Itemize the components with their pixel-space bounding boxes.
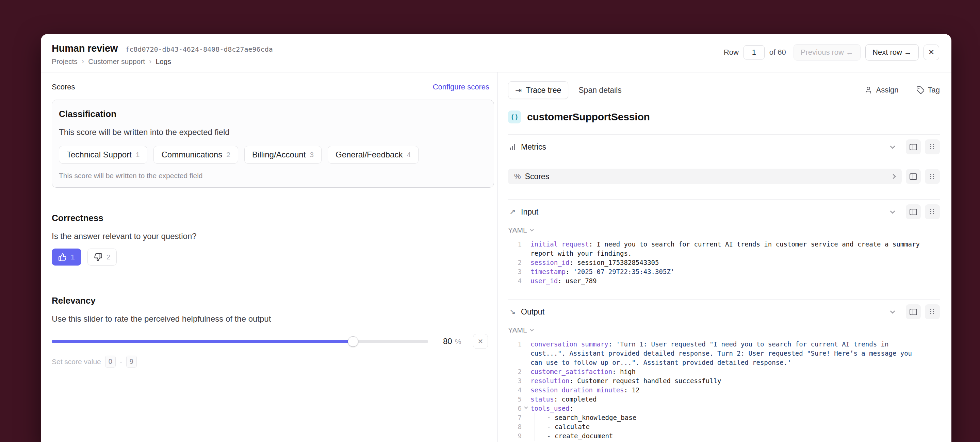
code-text: customer_satisfaction: high <box>530 367 940 376</box>
code-line: 7- search_knowledge_base <box>508 413 940 422</box>
breadcrumb-logs[interactable]: Logs <box>156 57 171 66</box>
row-number-input[interactable] <box>743 45 765 60</box>
code-text: - calculate <box>530 422 940 431</box>
output-format-select[interactable]: YAML <box>508 326 940 334</box>
breadcrumb-projects[interactable]: Projects <box>52 57 78 66</box>
open-in-panel-button[interactable] <box>906 204 921 219</box>
drag-handle[interactable] <box>925 204 940 219</box>
input-format-select[interactable]: YAML <box>508 226 940 234</box>
output-arrow-icon: ↘ <box>508 307 517 316</box>
chevron-down-icon[interactable] <box>890 309 895 314</box>
slider-value-unit: % <box>455 337 461 346</box>
input-arrow-icon: ↗ <box>508 208 517 216</box>
code-line: 4user_id: user_789 <box>508 276 940 285</box>
output-section: ↘ Output YAML 1conversation_summary: 'Tu… <box>508 299 940 442</box>
slider-thumb[interactable] <box>348 336 358 347</box>
line-number: 4 <box>508 276 522 285</box>
code-text: session_duration_minutes: 12 <box>530 385 940 395</box>
tab-trace-tree[interactable]: ⇥ Trace tree <box>508 81 568 99</box>
code-line: 3resolution: Customer request handled su… <box>508 376 940 385</box>
drag-handle-icon <box>930 174 934 179</box>
code-text: conversation_summary: 'Turn 1: User requ… <box>530 340 940 367</box>
chevron-down-icon[interactable] <box>890 144 895 149</box>
breadcrumb-project-name[interactable]: Customer support <box>88 57 145 66</box>
header-left: Human review fc8d0720-db43-4624-8408-d8c… <box>52 43 273 66</box>
line-number: 6 <box>508 404 522 413</box>
scores-row[interactable]: % Scores <box>508 169 902 184</box>
scores-label: Scores <box>525 172 550 181</box>
human-review-modal: Human review fc8d0720-db43-4624-8408-d8c… <box>41 34 951 442</box>
code-text: timestamp: '2025-07-29T22:35:43.305Z' <box>530 267 940 276</box>
line-number: 5 <box>508 395 522 404</box>
drag-handle[interactable] <box>925 304 940 319</box>
line-number: 8 <box>508 422 522 431</box>
drag-handle-icon <box>930 209 934 215</box>
line-number: 2 <box>508 258 522 267</box>
span-title: customerSupportSession <box>527 111 650 123</box>
classification-card: Classification This score will be writte… <box>52 100 494 188</box>
assign-button[interactable]: Assign <box>864 86 898 95</box>
open-in-panel-button[interactable] <box>906 139 921 154</box>
thumbs-down-button[interactable]: 2 <box>88 249 117 266</box>
panel-columns-icon <box>910 173 917 180</box>
line-number: 4 <box>508 385 522 395</box>
code-line: 10total_turns: 2 <box>508 440 940 442</box>
code-text: initial_request: I need you to search fo… <box>530 240 940 258</box>
drag-handle[interactable] <box>925 139 940 154</box>
collapse-chevron-icon[interactable] <box>524 405 528 409</box>
line-number: 1 <box>508 340 522 349</box>
kbd-max: 9 <box>126 356 137 368</box>
function-badge: () <box>508 111 521 124</box>
trace-panel: ⇥ Trace tree Span details Assign Tag <box>498 73 951 442</box>
classification-option-communications[interactable]: Communications2 <box>153 146 238 163</box>
close-button[interactable]: ✕ <box>924 44 939 60</box>
panel-columns-icon <box>910 144 917 150</box>
modal-header: Human review fc8d0720-db43-4624-8408-d8c… <box>41 34 951 73</box>
code-line: 3timestamp: '2025-07-29T22:35:43.305Z' <box>508 267 940 276</box>
code-line: 9- create_document <box>508 431 940 440</box>
previous-row-button[interactable]: Previous row ← <box>794 44 861 60</box>
line-number: 2 <box>508 367 522 376</box>
line-number: 10 <box>508 440 522 442</box>
code-text: resolution: Customer request handled suc… <box>530 376 940 385</box>
line-number: 9 <box>508 431 522 440</box>
drag-handle-icon <box>930 144 934 150</box>
drag-handle-icon <box>930 309 934 315</box>
line-number: 3 <box>508 376 522 385</box>
open-in-panel-button[interactable] <box>906 304 921 319</box>
option-label: General/Feedback <box>336 150 402 160</box>
configure-scores-link[interactable]: Configure scores <box>433 82 489 92</box>
option-label: Technical Support <box>67 150 132 160</box>
slider-value-number: 80 <box>443 337 452 346</box>
thumbs-up-icon <box>58 253 67 261</box>
correctness-block: Correctness Is the answer relevant to yo… <box>52 213 494 266</box>
breadcrumb: Projects › Customer support › Logs <box>52 57 273 66</box>
app-background: { "colors":{ "bg":"#401322","accent":"#4… <box>0 0 980 442</box>
relevancy-slider[interactable] <box>52 340 428 343</box>
thumbs-up-button[interactable]: 1 <box>52 249 81 266</box>
clear-score-button[interactable]: ✕ <box>473 334 488 349</box>
classification-option-billing-account[interactable]: Billing/Account3 <box>244 146 321 163</box>
open-in-panel-button[interactable] <box>906 169 921 184</box>
code-line: 4session_duration_minutes: 12 <box>508 385 940 395</box>
classification-option-general-feedback[interactable]: General/Feedback4 <box>328 146 418 163</box>
input-label: Input <box>521 208 538 217</box>
code-line: 1conversation_summary: 'Turn 1: User req… <box>508 340 940 367</box>
classification-option-technical-support[interactable]: Technical Support1 <box>59 146 147 163</box>
chevron-down-icon <box>530 227 533 231</box>
correctness-title: Correctness <box>52 213 494 223</box>
next-row-button[interactable]: Next row → <box>865 44 919 60</box>
percent-icon: % <box>514 172 521 181</box>
drag-handle[interactable] <box>925 169 940 184</box>
scores-panel-title: Scores <box>52 82 75 92</box>
tag-button[interactable]: Tag <box>916 86 940 95</box>
panel-columns-icon <box>910 209 917 215</box>
tab-span-details[interactable]: Span details <box>579 86 622 95</box>
output-code-block: 1conversation_summary: 'Turn 1: User req… <box>508 340 940 442</box>
option-label: Billing/Account <box>252 150 305 160</box>
chevron-down-icon[interactable] <box>890 209 895 214</box>
score-hint-label: Set score value <box>52 358 101 366</box>
code-text: - create_document <box>530 431 940 440</box>
option-label: Communications <box>161 150 222 160</box>
metrics-label: Metrics <box>521 143 546 152</box>
